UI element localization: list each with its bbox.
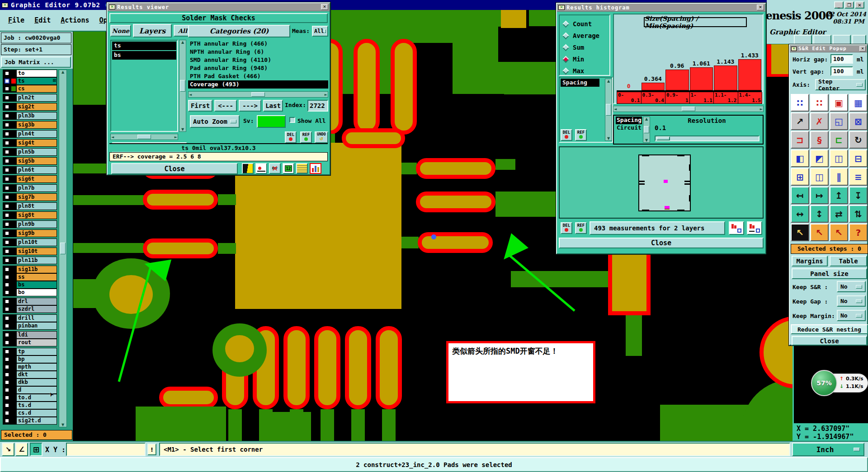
layer-checkbox[interactable] [5,159,9,164]
reduce-nesting-button[interactable]: Reduce S&R nesting [791,324,868,334]
ref-off-icon[interactable]: REF ✕ [269,163,281,174]
sr-select-box-icon[interactable]: ↖ [810,224,829,241]
toolbar-button[interactable] [813,35,831,44]
sr-mirror-pair-icon[interactable]: ⊐ [791,131,809,149]
first-button[interactable]: First [188,100,212,112]
last-button[interactable]: Last [263,100,283,112]
radio-diamond-icon[interactable] [562,56,570,63]
layer-row-sig4t[interactable]: sig4t [3,139,57,147]
layer-row-tp[interactable]: tp [3,348,57,355]
meas-dropdown[interactable]: All [312,26,328,37]
close-icon[interactable]: ✕ [321,4,328,10]
alert-button[interactable]: ! [147,444,156,455]
sr-pattern-nested-icon[interactable]: ▣ [830,94,848,112]
sr-select-cursor-icon[interactable]: ↖ [791,224,809,241]
viewer-close-button[interactable]: Close [111,163,238,174]
sr-distribute-rows-icon[interactable]: ≡ [849,168,868,186]
toolbar-button[interactable] [852,35,866,44]
layer-checkbox[interactable] [5,168,9,173]
layer-row-dkt[interactable]: dkt [3,371,57,379]
layer-checkbox[interactable] [5,150,9,154]
close-button[interactable]: ✕ [855,1,864,9]
grid-tool-button[interactable]: ⊞ [30,443,42,456]
menu-actions[interactable]: Actions [61,16,89,24]
layer-row-pln5b[interactable]: pln5b [3,148,57,156]
sr-pattern-matrix-icon[interactable]: ▦ [849,94,868,112]
layer-row-pln8t[interactable]: pln8t [3,202,57,210]
stat-radio-sum[interactable]: Sum [563,42,609,53]
menu-edit[interactable]: Edit [34,16,51,24]
layer-checkbox[interactable] [5,275,9,280]
results-histogram-window[interactable]: ✕ Results histogram ✕ CountAverageSumMin… [556,3,766,254]
menu-file[interactable]: File [8,16,24,24]
layer-checkbox[interactable] [5,122,9,127]
sr-popup-titlebar[interactable]: ✕ S&R Edit Popup ✕ [790,45,867,52]
layer-row-pln4t[interactable]: pln4t [3,130,57,138]
layer-checkbox[interactable] [5,186,9,191]
category-hscroll[interactable]: ◄► [188,91,328,98]
pages-icon[interactable]: 12 [283,163,294,174]
layer-row-ts.d[interactable]: ts.d [3,402,57,409]
mode-list[interactable]: SpacingCircuit [616,117,642,143]
sr-swap-steps-icon[interactable]: ◱ [830,112,848,130]
layer-row-to[interactable]: to [3,70,57,77]
layer-checkbox[interactable] [5,86,9,91]
stat-radio-max[interactable]: Max [563,65,609,77]
scrollbar-thumb[interactable] [60,243,66,254]
show-all-checkbox[interactable] [289,117,295,123]
layer-checkbox[interactable] [5,388,9,393]
category-item[interactable]: Pad annular Ring (948) [188,64,328,72]
results-viewer-titlebar[interactable]: ✕ Results viewer ✕ [108,3,330,11]
layer-row-rout[interactable]: rout [3,339,57,346]
layer-checkbox[interactable] [5,357,9,362]
layer-checkbox[interactable] [5,258,9,263]
sr-distribute-grid-icon[interactable]: ⊞ [791,168,809,186]
panel-size-button[interactable]: Panel size [792,268,867,279]
layer-checkbox[interactable] [5,418,9,423]
layer-checkbox[interactable] [5,403,9,408]
layer-row-drill[interactable]: drill [3,314,57,322]
sr-mirror-color-icon[interactable]: ⊏ [830,131,848,149]
close-icon[interactable]: ✕ [859,46,866,51]
layer-row-sig7b[interactable]: sig7b [3,193,57,201]
ref-button[interactable]: REF [575,129,587,141]
layer-checkbox[interactable] [5,365,9,369]
filter-none-button[interactable]: None [110,25,131,37]
vert-gap-field[interactable]: 100 [830,66,853,76]
radio-diamond-icon[interactable] [562,67,570,75]
layer-row-cs[interactable]: cs [3,85,57,93]
sr-justify-right-icon[interactable]: ↦ [810,187,829,204]
sr-justify-top-icon[interactable]: ↥ [830,187,848,204]
toolbar-button[interactable] [833,35,851,44]
viewer-layer-bs[interactable]: bs [112,51,176,60]
sr-justify-left-icon[interactable]: ↤ [791,187,809,204]
layer-row-pln11b[interactable]: pln11b [3,257,57,264]
export-table-button[interactable] [747,221,762,235]
mode-item-spacing[interactable]: Spacing [616,117,642,124]
sr-align-center-icon[interactable]: ⊟ [849,150,868,167]
sr-pattern-outline-icon[interactable]: ∷ [791,94,809,112]
layer-checkbox[interactable] [5,95,9,100]
viewer-layer-hscroll[interactable]: ◄► [110,134,178,140]
layer-row-dkb[interactable]: dkb [3,379,57,386]
layer-checkbox[interactable] [5,231,9,236]
layer-row-ss[interactable]: ss [3,273,57,281]
radio-diamond-icon[interactable] [562,44,570,51]
viewer-layer-list[interactable]: tsbs [110,40,178,132]
slider-thumb[interactable] [656,136,670,140]
layer-checkbox[interactable] [5,213,9,218]
keep-sr-dropdown[interactable]: No [837,281,866,292]
pan-tool-button[interactable]: ↘ [2,443,14,456]
sr-align-top-icon[interactable]: ◩ [810,150,829,167]
layer-row-bp[interactable]: bp [3,355,57,363]
layer-row-sig2t[interactable]: sig2t [3,103,57,111]
sr-close-button[interactable]: Close [792,336,867,346]
report-icon[interactable] [296,163,308,174]
step-preview[interactable] [559,146,764,219]
layer-checkbox[interactable] [5,113,9,118]
mode-scrollbar[interactable]: ▲▼ [643,117,650,143]
layer-checkbox[interactable] [5,332,9,337]
results-viewer-window[interactable]: ✕ Results viewer ✕ Solder Mask Checks No… [107,2,330,175]
layer-checkbox[interactable] [5,79,9,84]
layer-checkbox[interactable] [5,323,9,328]
